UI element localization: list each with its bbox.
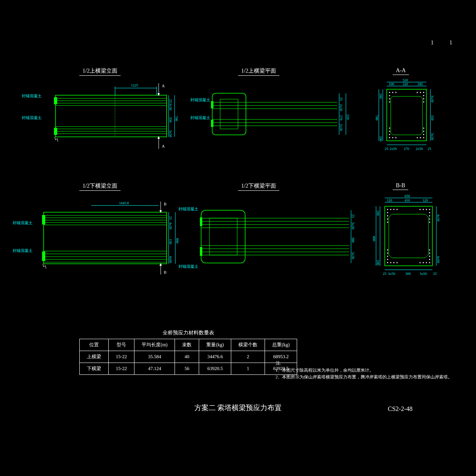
svg-text:25: 25 [351,214,355,218]
svg-text:2x50: 2x50 [339,104,343,111]
svg-text:2x50: 2x50 [416,147,423,151]
title-lower-plan: 1/2下横梁平面 [238,182,279,191]
svg-text:3x50: 3x50 [351,222,355,230]
svg-text:320: 320 [403,82,408,86]
svg-text:150: 150 [169,239,173,244]
svg-point-163 [397,262,398,263]
svg-text:700: 700 [175,116,178,121]
svg-text:25: 25 [428,147,432,151]
svg-point-152 [387,250,388,251]
svg-point-144 [387,212,388,213]
svg-point-139 [397,209,398,210]
section-bb: 650 120 410 120 800 100 100 4x50 4x60 25… [369,192,456,288]
svg-rect-117 [209,218,237,255]
svg-text:300: 300 [405,272,411,276]
seal-label-2: 封锚混凝土 [22,115,42,121]
seal-label-6: 封锚混凝土 [13,248,33,253]
svg-point-44 [389,92,390,93]
svg-point-58 [389,131,390,132]
svg-point-150 [387,222,388,223]
svg-point-57 [423,128,424,129]
svg-marker-108 [159,263,162,266]
svg-point-55 [423,102,424,103]
svg-point-51 [423,95,424,96]
svg-text:B: B [164,270,167,274]
svg-rect-118 [200,217,202,226]
svg-point-146 [387,215,388,217]
svg-text:270: 270 [339,115,343,121]
svg-point-65 [417,137,418,138]
title-upper-plan: 1/2上横梁平面 [238,67,279,76]
svg-point-56 [389,128,390,129]
svg-point-148 [387,219,388,220]
svg-point-46 [395,92,397,93]
seal-label-4: 封锚混凝土 [190,115,210,121]
svg-point-164 [420,262,421,263]
svg-text:3x50: 3x50 [388,272,395,276]
svg-text:350: 350 [430,115,434,121]
svg-text:25: 25 [383,272,387,276]
svg-text:25: 25 [169,216,173,220]
svg-point-137 [390,209,392,210]
svg-point-66 [420,137,421,138]
svg-marker-19 [157,136,160,139]
svg-text:100: 100 [379,93,383,99]
lower-elevation-view: 1645.8 B B 25 4x50 150 4x60 800 [32,194,178,282]
svg-point-59 [423,131,424,132]
svg-marker-105 [159,210,162,213]
svg-text:100: 100 [376,260,380,265]
svg-text:3x50: 3x50 [351,252,355,259]
title-sec-aa: A-A [393,67,409,75]
seal-label-8: 封锚混凝土 [178,264,198,269]
svg-point-53 [423,98,424,100]
svg-point-157 [429,256,430,257]
lower-plan-view: 25 3x50 300 3x50 850 [186,194,357,278]
svg-rect-90 [42,215,45,225]
notes: 注: 1、本图尺寸除高程以米为单位外，余均以厘米计。 2、本图所示为保山岸索塔横… [276,360,453,381]
title-sec-bb: B-B [393,182,408,190]
svg-point-140 [420,209,421,210]
svg-point-45 [392,92,393,93]
svg-text:800: 800 [372,236,376,242]
svg-point-162 [393,262,395,263]
svg-rect-119 [200,247,202,256]
dim-upper-top: 1225 [131,83,138,87]
svg-text:100: 100 [376,210,380,216]
upper-elevation-view: 1225 A A 25 3x50 350 3x50 700 [44,79,178,159]
material-table: 全桥预应力材料数量表 位置型号平均长度(m) 束数重量(kg)横梁个数 总重(k… [79,329,297,375]
svg-point-154 [387,253,388,254]
title-lower-elev: 1/2下横梁立面 [79,182,121,191]
seal-label-3: 封锚混凝土 [190,97,210,103]
svg-point-47 [417,92,418,93]
svg-point-61 [423,134,424,135]
svg-point-143 [429,209,430,210]
svg-text:3x50: 3x50 [169,130,173,138]
svg-point-149 [429,219,430,220]
svg-point-153 [429,250,430,251]
svg-point-142 [426,209,427,210]
svg-text:B: B [164,202,167,206]
svg-text:4x60: 4x60 [436,256,440,263]
svg-text:25: 25 [169,99,173,103]
table-row: 下横梁15-2247.124 5663920.51 63920.5 [80,363,297,375]
svg-rect-0 [56,95,167,137]
svg-text:120: 120 [387,198,392,202]
svg-point-64 [395,137,397,138]
svg-text:25: 25 [339,97,343,101]
svg-text:A: A [162,144,165,148]
svg-point-167 [429,262,430,263]
table-header-row: 位置型号平均长度(m) 束数重量(kg)横梁个数 总重(kg) [80,339,297,351]
svg-point-67 [423,137,424,138]
title-upper-elev: 1/2上横梁立面 [79,67,121,76]
section-aa: 520 100 320 100 700 100 100 3x50 350 3x5… [373,77,452,161]
svg-point-159 [429,259,430,260]
svg-point-60 [389,134,390,135]
svg-text:3x50: 3x50 [430,95,434,103]
svg-text:520: 520 [403,78,408,82]
svg-text:100: 100 [417,82,423,86]
svg-text:300: 300 [351,237,355,243]
svg-text:2x50: 2x50 [339,124,343,131]
svg-text:650: 650 [405,194,410,198]
svg-text:4x50: 4x50 [436,214,440,222]
svg-point-138 [393,209,395,210]
